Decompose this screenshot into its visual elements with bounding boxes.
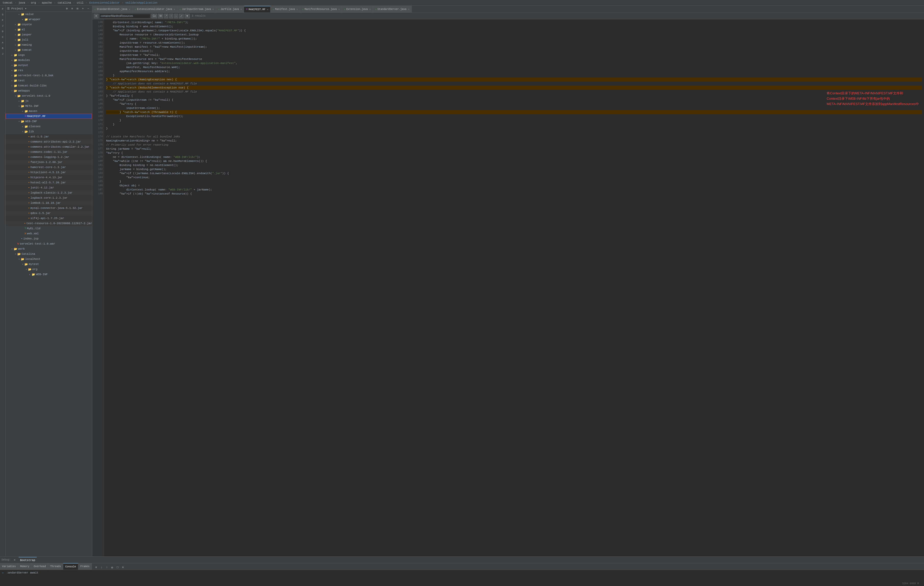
console-toolbar-btn4[interactable]: ⊟ bbox=[110, 565, 114, 569]
tree-item-httpclient-4-5-13-jar[interactable]: ▪httpclient-4.5.13.jar bbox=[6, 170, 92, 175]
bottom-tab-memory[interactable]: Memory bbox=[18, 563, 31, 569]
search-input[interactable] bbox=[99, 14, 150, 18]
tree-item-output[interactable]: ▾📂output bbox=[6, 63, 92, 68]
search-prev-btn[interactable]: ↑ bbox=[169, 14, 173, 18]
bottom-tab-variables[interactable]: Variables bbox=[0, 563, 18, 569]
tab-close-btn[interactable]: ✕ bbox=[297, 8, 298, 11]
tab-close-btn[interactable]: ✕ bbox=[338, 8, 340, 11]
tree-item-servelet-test-1-0-bak[interactable]: ▸📁servelet-test-1.0_bak bbox=[6, 73, 92, 78]
tree-item-tomcat[interactable]: ▸📁tomcat bbox=[6, 48, 92, 53]
bottom-tab-console[interactable]: Console bbox=[63, 563, 78, 569]
jol-icon[interactable]: J bbox=[0, 51, 5, 57]
tab-close-btn[interactable]: ✕ bbox=[241, 8, 242, 11]
tree-item-manifest-mf[interactable]: MMANIFEST.MF bbox=[6, 114, 92, 119]
tab-manifestresource-java[interactable]: ☕ManifestResource.java✕ bbox=[300, 6, 342, 13]
tree-item-valve[interactable]: ▸📁valve bbox=[6, 12, 92, 17]
breadcrumb-java[interactable]: java bbox=[17, 1, 26, 4]
debug-tab-close[interactable]: ✕ bbox=[12, 557, 17, 563]
tree-item-mysql-connector-java-5-1-32-jar[interactable]: ▪mysql-connector-java-5.1.32.jar bbox=[6, 206, 92, 211]
breadcrumb-catalina[interactable]: catalina bbox=[57, 1, 72, 4]
console-toolbar-btn1[interactable]: ≡ bbox=[94, 565, 98, 569]
tab-close-btn[interactable]: ✕ bbox=[370, 8, 371, 11]
tab-manifest-java[interactable]: ☕Manifest.java✕ bbox=[271, 6, 300, 13]
database-icon[interactable]: D bbox=[0, 29, 5, 34]
project-collapse-btn[interactable]: ≡ bbox=[70, 7, 74, 11]
tree-item-coyote[interactable]: ▸📁coyote bbox=[6, 22, 92, 27]
search-match-case-btn[interactable]: Cc bbox=[152, 14, 157, 18]
tree-item-hamcrest-core-1-3-jar[interactable]: ▪hamcrest-core-1.3.jar bbox=[6, 165, 92, 170]
tree-item-work[interactable]: ▾📂work bbox=[6, 246, 92, 251]
tree-item-web-inf[interactable]: ▸📁WEB-INF bbox=[6, 272, 92, 277]
console-toolbar-btn2[interactable]: ↓ bbox=[99, 565, 104, 569]
tree-item-qdox-1-5-jar[interactable]: ▪qdox-1.5.jar bbox=[6, 211, 92, 216]
tree-item-res[interactable]: ▸📁res bbox=[6, 68, 92, 73]
tree-item-myel-tld[interactable]: TMyEL.tld bbox=[6, 226, 92, 231]
search-word-btn[interactable]: W bbox=[158, 14, 163, 18]
tab-extensionvalidator-java[interactable]: ☕ExtensionValidator.java✕ bbox=[133, 6, 177, 13]
project-settings-btn[interactable]: ⚙ bbox=[64, 7, 69, 11]
tree-item-logback-classic-1-2-3-jar[interactable]: ▪logback-classic-1.2.3.jar bbox=[6, 190, 92, 195]
tab-close-btn[interactable]: ✕ bbox=[212, 8, 214, 11]
ant-icon[interactable]: A bbox=[0, 40, 5, 45]
tree-item-fastjson-1-2-60-jar[interactable]: ▪fastjson-1.2.60.jar bbox=[6, 160, 92, 165]
file-tree[interactable]: ▸📁valve▸📁Wrapper▸📁coyote▸📁el▸📁jasper▸📁ju… bbox=[6, 12, 92, 556]
structure-icon[interactable]: S bbox=[0, 12, 5, 17]
tree-item-lombok-1-18-16-jar[interactable]: ▪lombok-1.18.16.jar bbox=[6, 200, 92, 206]
tab-standardcontext-java[interactable]: ☕StandardContext.java✕ bbox=[92, 6, 133, 13]
tree-item-mytest[interactable]: ▾📂mytest bbox=[6, 262, 92, 267]
code-area[interactable]: 1461471481491501511521531541551561571581… bbox=[92, 20, 924, 556]
tree-item-org[interactable]: ▾📂org bbox=[6, 267, 92, 272]
tree-item-servelet-test-1-0-war[interactable]: Wservelet-test-1.0.war bbox=[6, 241, 92, 246]
tab-close-btn[interactable]: ✕ bbox=[408, 8, 409, 11]
tab-standardserver-java[interactable]: ☕StandardServer.java✕ bbox=[373, 6, 412, 13]
tree-item-servelet-test-1-0[interactable]: ▾📂servelet-test-1.0 bbox=[6, 93, 92, 98]
json-parser-icon[interactable]: J bbox=[0, 23, 5, 28]
tree-item-modules[interactable]: ▸📁modules bbox=[6, 58, 92, 63]
search-regex-btn[interactable]: .* bbox=[164, 14, 168, 18]
tree-item-web-inf[interactable]: ▾📂WEB-INF bbox=[6, 119, 92, 124]
tree-item-ant-1-5-jar[interactable]: ▪ant-1.5.jar bbox=[6, 134, 92, 139]
console-toolbar-btn5[interactable]: □ bbox=[115, 565, 120, 569]
breadcrumb-extensionvalidator[interactable]: ExtensionValidator bbox=[88, 1, 120, 4]
tree-item-webapps[interactable]: ▾📂webapps bbox=[6, 88, 92, 93]
tree-item-index-jsp[interactable]: ▪index.jsp bbox=[6, 236, 92, 241]
debug-tab-bootstrap[interactable]: Bootstrap bbox=[19, 557, 37, 563]
tab-close-btn[interactable]: ✕ bbox=[129, 8, 130, 11]
codota-icon[interactable]: C bbox=[0, 35, 5, 40]
search-expand-btn[interactable]: ⤢ bbox=[179, 14, 183, 18]
breadcrumb-tomcat[interactable]: tomcat bbox=[2, 1, 14, 4]
tab-jarinputstream-java[interactable]: ☕JarInputStream.java✕ bbox=[177, 6, 216, 13]
search-close-btn[interactable]: ✕ bbox=[94, 14, 98, 18]
tree-item-el[interactable]: ▸📁el bbox=[6, 27, 92, 32]
tree-item-test-resource-1-0-20220808-112917-2-jar[interactable]: ▪test-resource-1.0-20220808.112917-2.jar bbox=[6, 221, 92, 226]
tree-item-httpcore-4-4-13-jar[interactable]: ▪httpcore-4.4.13.jar bbox=[6, 175, 92, 180]
bottom-tab-overhead[interactable]: Overhead bbox=[31, 563, 48, 569]
breadcrumb-util[interactable]: util bbox=[76, 1, 84, 4]
search-filter-btn[interactable]: ▼ bbox=[185, 14, 190, 18]
tree-item-tomcat-build-libs[interactable]: ▸📁tomcat-build-libs bbox=[6, 83, 92, 88]
tree-item-web-xml[interactable]: Xweb.xml bbox=[6, 231, 92, 236]
tree-item-commons-codec-1-11-jar[interactable]: ▪commons-codec-1.11.jar bbox=[6, 149, 92, 155]
code-content[interactable]: dirContext.listBindings( name: "/META-IN… bbox=[104, 20, 924, 556]
breadcrumb-apache[interactable]: apache bbox=[41, 1, 53, 4]
tree-item-classes[interactable]: ▸📁classes bbox=[6, 124, 92, 129]
tree-item-commons-attributes-api-2-2-jar[interactable]: ▪commons-attributes-api-2.2.jar bbox=[6, 139, 92, 144]
tree-item-logback-core-1-2-3-jar[interactable]: ▪logback-core-1.2.3.jar bbox=[6, 195, 92, 200]
tree-item-slf4j-api-1-7-25-jar[interactable]: ▪slf4j-api-1.7.25.jar bbox=[6, 216, 92, 221]
tree-item-junit-4-12-jar[interactable]: ▪junit-4.12.jar bbox=[6, 185, 92, 190]
tree-item-jasper[interactable]: ▸📁jasper bbox=[6, 32, 92, 37]
full-requests-icon[interactable]: F bbox=[0, 18, 5, 23]
tree-item-logs[interactable]: ▸📁logs bbox=[6, 53, 92, 58]
project-scroll-btn[interactable]: ⊟ bbox=[75, 7, 80, 11]
breadcrumb-validateapplication[interactable]: validateApplication bbox=[124, 1, 158, 4]
tree-item-wrapper[interactable]: ▸📁Wrapper bbox=[6, 17, 92, 22]
tree-item-naming[interactable]: ▸📁naming bbox=[6, 42, 92, 48]
tab-extension-java[interactable]: ☕Extension.java✕ bbox=[342, 6, 373, 13]
bottom-tab-threads[interactable]: Threads bbox=[48, 563, 63, 569]
tab-close-btn[interactable]: ✕ bbox=[267, 8, 268, 11]
tab-jarfile-java[interactable]: ☕JarFile.java✕ bbox=[216, 6, 244, 13]
project-expand-btn[interactable]: + bbox=[81, 7, 85, 11]
search-next-btn[interactable]: ↓ bbox=[174, 14, 178, 18]
tree-item-test[interactable]: ▸📁test bbox=[6, 78, 92, 83]
breadcrumb-org[interactable]: org bbox=[30, 1, 37, 4]
